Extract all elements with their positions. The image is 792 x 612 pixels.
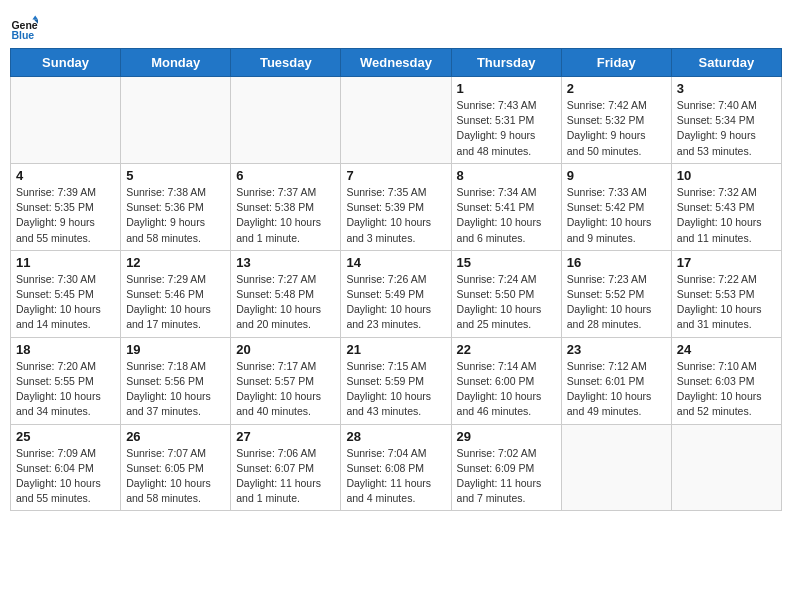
- calendar-cell: 26Sunrise: 7:07 AM Sunset: 6:05 PM Dayli…: [121, 424, 231, 511]
- day-info: Sunrise: 7:15 AM Sunset: 5:59 PM Dayligh…: [346, 359, 445, 420]
- day-info: Sunrise: 7:38 AM Sunset: 5:36 PM Dayligh…: [126, 185, 225, 246]
- day-info: Sunrise: 7:40 AM Sunset: 5:34 PM Dayligh…: [677, 98, 776, 159]
- day-number: 27: [236, 429, 335, 444]
- calendar-cell: 22Sunrise: 7:14 AM Sunset: 6:00 PM Dayli…: [451, 337, 561, 424]
- day-info: Sunrise: 7:23 AM Sunset: 5:52 PM Dayligh…: [567, 272, 666, 333]
- day-number: 3: [677, 81, 776, 96]
- calendar-cell: 9Sunrise: 7:33 AM Sunset: 5:42 PM Daylig…: [561, 163, 671, 250]
- day-number: 10: [677, 168, 776, 183]
- day-info: Sunrise: 7:30 AM Sunset: 5:45 PM Dayligh…: [16, 272, 115, 333]
- day-info: Sunrise: 7:39 AM Sunset: 5:35 PM Dayligh…: [16, 185, 115, 246]
- day-number: 26: [126, 429, 225, 444]
- calendar-cell: 5Sunrise: 7:38 AM Sunset: 5:36 PM Daylig…: [121, 163, 231, 250]
- calendar-cell: 10Sunrise: 7:32 AM Sunset: 5:43 PM Dayli…: [671, 163, 781, 250]
- calendar-cell: 3Sunrise: 7:40 AM Sunset: 5:34 PM Daylig…: [671, 77, 781, 164]
- day-number: 28: [346, 429, 445, 444]
- day-number: 16: [567, 255, 666, 270]
- calendar-cell: 16Sunrise: 7:23 AM Sunset: 5:52 PM Dayli…: [561, 250, 671, 337]
- logo-icon: General Blue: [10, 14, 38, 42]
- calendar-cell: 24Sunrise: 7:10 AM Sunset: 6:03 PM Dayli…: [671, 337, 781, 424]
- day-number: 11: [16, 255, 115, 270]
- day-info: Sunrise: 7:24 AM Sunset: 5:50 PM Dayligh…: [457, 272, 556, 333]
- day-number: 20: [236, 342, 335, 357]
- calendar-header: SundayMondayTuesdayWednesdayThursdayFrid…: [11, 49, 782, 77]
- day-of-week-header: Wednesday: [341, 49, 451, 77]
- week-row: 1Sunrise: 7:43 AM Sunset: 5:31 PM Daylig…: [11, 77, 782, 164]
- svg-text:Blue: Blue: [11, 29, 34, 41]
- day-info: Sunrise: 7:18 AM Sunset: 5:56 PM Dayligh…: [126, 359, 225, 420]
- day-info: Sunrise: 7:02 AM Sunset: 6:09 PM Dayligh…: [457, 446, 556, 507]
- calendar-cell: 28Sunrise: 7:04 AM Sunset: 6:08 PM Dayli…: [341, 424, 451, 511]
- calendar-cell: [341, 77, 451, 164]
- day-of-week-header: Tuesday: [231, 49, 341, 77]
- day-info: Sunrise: 7:34 AM Sunset: 5:41 PM Dayligh…: [457, 185, 556, 246]
- calendar-cell: 15Sunrise: 7:24 AM Sunset: 5:50 PM Dayli…: [451, 250, 561, 337]
- day-info: Sunrise: 7:20 AM Sunset: 5:55 PM Dayligh…: [16, 359, 115, 420]
- day-number: 13: [236, 255, 335, 270]
- day-number: 25: [16, 429, 115, 444]
- header-row: SundayMondayTuesdayWednesdayThursdayFrid…: [11, 49, 782, 77]
- day-info: Sunrise: 7:43 AM Sunset: 5:31 PM Dayligh…: [457, 98, 556, 159]
- calendar-cell: 27Sunrise: 7:06 AM Sunset: 6:07 PM Dayli…: [231, 424, 341, 511]
- day-number: 18: [16, 342, 115, 357]
- logo: General Blue: [10, 14, 42, 42]
- day-info: Sunrise: 7:35 AM Sunset: 5:39 PM Dayligh…: [346, 185, 445, 246]
- day-number: 15: [457, 255, 556, 270]
- day-info: Sunrise: 7:29 AM Sunset: 5:46 PM Dayligh…: [126, 272, 225, 333]
- day-number: 23: [567, 342, 666, 357]
- day-number: 12: [126, 255, 225, 270]
- calendar-cell: [121, 77, 231, 164]
- day-number: 21: [346, 342, 445, 357]
- calendar-cell: [11, 77, 121, 164]
- day-number: 29: [457, 429, 556, 444]
- day-info: Sunrise: 7:12 AM Sunset: 6:01 PM Dayligh…: [567, 359, 666, 420]
- day-number: 19: [126, 342, 225, 357]
- day-info: Sunrise: 7:37 AM Sunset: 5:38 PM Dayligh…: [236, 185, 335, 246]
- calendar-cell: 23Sunrise: 7:12 AM Sunset: 6:01 PM Dayli…: [561, 337, 671, 424]
- day-number: 5: [126, 168, 225, 183]
- day-of-week-header: Sunday: [11, 49, 121, 77]
- calendar-cell: 19Sunrise: 7:18 AM Sunset: 5:56 PM Dayli…: [121, 337, 231, 424]
- day-info: Sunrise: 7:17 AM Sunset: 5:57 PM Dayligh…: [236, 359, 335, 420]
- calendar-cell: 17Sunrise: 7:22 AM Sunset: 5:53 PM Dayli…: [671, 250, 781, 337]
- week-row: 18Sunrise: 7:20 AM Sunset: 5:55 PM Dayli…: [11, 337, 782, 424]
- calendar-cell: 1Sunrise: 7:43 AM Sunset: 5:31 PM Daylig…: [451, 77, 561, 164]
- day-info: Sunrise: 7:27 AM Sunset: 5:48 PM Dayligh…: [236, 272, 335, 333]
- day-number: 2: [567, 81, 666, 96]
- day-info: Sunrise: 7:07 AM Sunset: 6:05 PM Dayligh…: [126, 446, 225, 507]
- calendar-cell: 13Sunrise: 7:27 AM Sunset: 5:48 PM Dayli…: [231, 250, 341, 337]
- day-info: Sunrise: 7:32 AM Sunset: 5:43 PM Dayligh…: [677, 185, 776, 246]
- day-info: Sunrise: 7:14 AM Sunset: 6:00 PM Dayligh…: [457, 359, 556, 420]
- calendar-cell: 8Sunrise: 7:34 AM Sunset: 5:41 PM Daylig…: [451, 163, 561, 250]
- calendar-cell: 11Sunrise: 7:30 AM Sunset: 5:45 PM Dayli…: [11, 250, 121, 337]
- calendar-cell: [671, 424, 781, 511]
- day-number: 17: [677, 255, 776, 270]
- day-of-week-header: Thursday: [451, 49, 561, 77]
- calendar-cell: 20Sunrise: 7:17 AM Sunset: 5:57 PM Dayli…: [231, 337, 341, 424]
- calendar-body: 1Sunrise: 7:43 AM Sunset: 5:31 PM Daylig…: [11, 77, 782, 511]
- calendar-cell: 2Sunrise: 7:42 AM Sunset: 5:32 PM Daylig…: [561, 77, 671, 164]
- day-number: 9: [567, 168, 666, 183]
- calendar-cell: 14Sunrise: 7:26 AM Sunset: 5:49 PM Dayli…: [341, 250, 451, 337]
- day-info: Sunrise: 7:09 AM Sunset: 6:04 PM Dayligh…: [16, 446, 115, 507]
- svg-marker-2: [32, 15, 38, 19]
- calendar: SundayMondayTuesdayWednesdayThursdayFrid…: [10, 48, 782, 511]
- day-number: 22: [457, 342, 556, 357]
- calendar-cell: 7Sunrise: 7:35 AM Sunset: 5:39 PM Daylig…: [341, 163, 451, 250]
- calendar-cell: [231, 77, 341, 164]
- day-info: Sunrise: 7:22 AM Sunset: 5:53 PM Dayligh…: [677, 272, 776, 333]
- calendar-cell: 6Sunrise: 7:37 AM Sunset: 5:38 PM Daylig…: [231, 163, 341, 250]
- day-of-week-header: Friday: [561, 49, 671, 77]
- day-info: Sunrise: 7:04 AM Sunset: 6:08 PM Dayligh…: [346, 446, 445, 507]
- day-number: 8: [457, 168, 556, 183]
- day-number: 4: [16, 168, 115, 183]
- day-info: Sunrise: 7:42 AM Sunset: 5:32 PM Dayligh…: [567, 98, 666, 159]
- day-info: Sunrise: 7:06 AM Sunset: 6:07 PM Dayligh…: [236, 446, 335, 507]
- calendar-cell: 4Sunrise: 7:39 AM Sunset: 5:35 PM Daylig…: [11, 163, 121, 250]
- week-row: 4Sunrise: 7:39 AM Sunset: 5:35 PM Daylig…: [11, 163, 782, 250]
- day-info: Sunrise: 7:33 AM Sunset: 5:42 PM Dayligh…: [567, 185, 666, 246]
- day-of-week-header: Saturday: [671, 49, 781, 77]
- week-row: 11Sunrise: 7:30 AM Sunset: 5:45 PM Dayli…: [11, 250, 782, 337]
- calendar-cell: 21Sunrise: 7:15 AM Sunset: 5:59 PM Dayli…: [341, 337, 451, 424]
- day-number: 6: [236, 168, 335, 183]
